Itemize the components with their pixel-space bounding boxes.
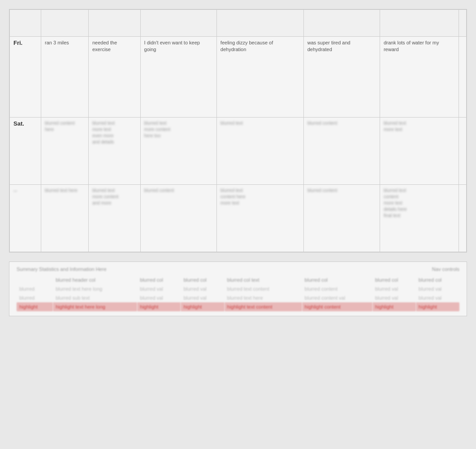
- bottom-row-2: blurred blurred text here long blurred v…: [17, 284, 459, 293]
- bottom-header: Summary Statistics and Information Here …: [17, 266, 459, 272]
- last-cell-2-content: blurred textmore contentand more: [92, 187, 137, 206]
- calendar-container: Fri. ran 3 miles needed the exercise I d…: [9, 9, 467, 253]
- bottom-r2-c2: blurred val: [137, 284, 181, 293]
- last-cell-4-content: blurred textcontent heremore text: [221, 187, 300, 206]
- last-cell-4: blurred textcontent heremore text: [216, 185, 303, 252]
- sat-cell-3: blurred textmore contenthere too: [140, 118, 216, 185]
- calendar-table: Fri. ran 3 miles needed the exercise I d…: [9, 9, 467, 252]
- bottom-h-c1: highlight text here long: [53, 302, 137, 311]
- fri-cell-3: I didn't even want to keep going: [140, 37, 216, 118]
- bottom-row-1: blurred header col blurred col blurred c…: [17, 275, 459, 284]
- calendar-header-row: [10, 10, 467, 37]
- fri-cell-1: ran 3 miles: [41, 37, 89, 118]
- bottom-r3-c3: blurred val: [181, 293, 224, 302]
- bottom-r2-c7: blurred val: [416, 284, 459, 293]
- bottom-r1-c0: [17, 275, 53, 284]
- header-col-6: [380, 10, 459, 37]
- friday-day-text: Fri.: [13, 39, 22, 46]
- sat-cell-6-content: blurred textmore text: [384, 120, 455, 133]
- bottom-r3-c0: blurred: [17, 293, 53, 302]
- sat-cell-5-content: blurred content: [307, 120, 376, 126]
- last-cell-2: blurred textmore contentand more: [89, 185, 141, 252]
- last-day-text: ...: [13, 187, 37, 192]
- bottom-r2-c4: blurred text content: [225, 284, 302, 293]
- sat-cell-7: [459, 118, 466, 185]
- bottom-r2-c3: blurred val: [181, 284, 224, 293]
- bottom-r3-c7: blurred val: [416, 293, 459, 302]
- sat-cell-6: blurred textmore text: [380, 118, 459, 185]
- last-day-label: ...: [10, 185, 41, 252]
- header-col-2: [89, 10, 141, 37]
- header-col-3: [140, 10, 216, 37]
- bottom-r1-c5: blurred col: [302, 275, 372, 284]
- saturday-label: Sat.: [10, 118, 41, 185]
- fri-cell-2: needed the exercise: [89, 37, 141, 118]
- fri-cell-4: feeling dizzy because of dehydration: [216, 37, 303, 118]
- last-cell-5-content: blurred content: [307, 187, 376, 194]
- fri-cell-6: drank lots of water for my reward: [380, 37, 459, 118]
- bottom-h-c2: highlight: [137, 302, 181, 311]
- sat-cell-1-content: blurred content here: [45, 120, 85, 133]
- last-cell-7: [459, 185, 466, 252]
- bottom-r1-c4: blurred col text: [225, 275, 302, 284]
- bottom-r3-c1: blurred sub text: [53, 293, 137, 302]
- bottom-r1-c6: blurred col: [372, 275, 416, 284]
- bottom-r3-c5: blurred content val: [302, 293, 372, 302]
- last-cell-3-content: blurred content: [144, 187, 213, 194]
- bottom-h-c6: highlight: [372, 302, 416, 311]
- last-cell-1-content: blurred text here: [45, 187, 85, 194]
- bottom-title: Summary Statistics and Information Here: [17, 266, 107, 272]
- fri-cell-2-content: needed the exercise: [92, 39, 137, 53]
- fri-cell-1-content: ran 3 miles: [45, 39, 85, 46]
- bottom-h-c5: highlight content: [302, 302, 372, 311]
- bottom-r1-c3: blurred col: [181, 275, 224, 284]
- bottom-highlight-row: highlight highlight text here long highl…: [17, 302, 459, 311]
- header-col-4: [216, 10, 303, 37]
- fri-cell-6-content: drank lots of water for my reward: [384, 39, 455, 53]
- bottom-r2-c1: blurred text here long: [53, 284, 137, 293]
- sat-cell-4-content: blurred text: [221, 120, 300, 126]
- sat-cell-1: blurred content here: [41, 118, 89, 185]
- last-row: ... blurred text here blurred textmore c…: [10, 185, 467, 252]
- bottom-row-3: blurred blurred sub text blurred val blu…: [17, 293, 459, 302]
- bottom-r2-c0: blurred: [17, 284, 53, 293]
- sat-cell-5: blurred content: [303, 118, 380, 185]
- fri-cell-3-content: I didn't even want to keep going: [144, 39, 213, 53]
- bottom-r2-c6: blurred val: [372, 284, 416, 293]
- bottom-r1-c2: blurred col: [137, 275, 181, 284]
- header-day-col: [10, 10, 41, 37]
- bottom-section: Summary Statistics and Information Here …: [9, 262, 467, 316]
- friday-row: Fri. ran 3 miles needed the exercise I d…: [10, 37, 467, 118]
- bottom-table: blurred header col blurred col blurred c…: [17, 275, 459, 311]
- bottom-r3-c6: blurred val: [372, 293, 416, 302]
- last-cell-3: blurred content: [140, 185, 216, 252]
- header-col-7: [459, 10, 466, 37]
- header-col-5: [303, 10, 380, 37]
- friday-label: Fri.: [10, 37, 41, 118]
- bottom-r1-c7: blurred col: [416, 275, 459, 284]
- sat-cell-2: blurred textmore texteven moreand detail…: [89, 118, 141, 185]
- bottom-h-c0: highlight: [17, 302, 53, 311]
- last-cell-1: blurred text here: [41, 185, 89, 252]
- fri-cell-5: was super tired and dehydrated: [303, 37, 380, 118]
- fri-cell-4-content: feeling dizzy because of dehydration: [221, 39, 300, 53]
- last-cell-5: blurred content: [303, 185, 380, 252]
- bottom-h-c4: highlight text content: [225, 302, 302, 311]
- bottom-r3-c2: blurred val: [137, 293, 181, 302]
- saturday-row: Sat. blurred content here blurred textmo…: [10, 118, 467, 185]
- bottom-nav: Nav controls: [432, 266, 459, 272]
- bottom-h-c3: highlight: [181, 302, 224, 311]
- fri-cell-5-content: was super tired and dehydrated: [307, 39, 376, 53]
- saturday-day-text: Sat.: [13, 120, 24, 127]
- sat-cell-2-content: blurred textmore texteven moreand detail…: [92, 120, 137, 145]
- last-cell-6: blurred textcontentmore textdetails here…: [380, 185, 459, 252]
- bottom-r3-c4: blurred text here: [225, 293, 302, 302]
- header-col-1: [41, 10, 89, 37]
- bottom-r2-c5: blurred content: [302, 284, 372, 293]
- bottom-r1-c1: blurred header col: [53, 275, 137, 284]
- sat-cell-4: blurred text: [216, 118, 303, 185]
- sat-cell-3-content: blurred textmore contenthere too: [144, 120, 213, 139]
- bottom-h-c7: highlight: [416, 302, 459, 311]
- last-cell-6-content: blurred textcontentmore textdetails here…: [384, 187, 455, 219]
- fri-cell-7: [459, 37, 466, 118]
